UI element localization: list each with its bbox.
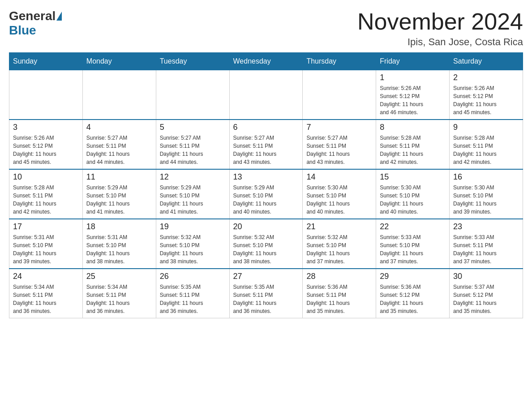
day-info: Sunrise: 5:30 AM Sunset: 5:10 PM Dayligh…: [380, 184, 446, 216]
calendar-cell: 16Sunrise: 5:30 AM Sunset: 5:10 PM Dayli…: [450, 169, 523, 219]
day-number: 26: [160, 272, 226, 281]
calendar-cell: [9, 70, 83, 120]
calendar-cell: 3Sunrise: 5:26 AM Sunset: 5:12 PM Daylig…: [9, 120, 83, 169]
location-subtitle: Ipis, San Jose, Costa Rica: [357, 36, 523, 48]
day-info: Sunrise: 5:30 AM Sunset: 5:10 PM Dayligh…: [453, 184, 519, 216]
day-info: Sunrise: 5:29 AM Sunset: 5:10 PM Dayligh…: [160, 184, 226, 216]
day-info: Sunrise: 5:35 AM Sunset: 5:11 PM Dayligh…: [160, 283, 226, 315]
calendar-cell: 14Sunrise: 5:30 AM Sunset: 5:10 PM Dayli…: [303, 169, 376, 219]
calendar-cell: 24Sunrise: 5:34 AM Sunset: 5:11 PM Dayli…: [9, 269, 83, 318]
calendar-cell: 17Sunrise: 5:31 AM Sunset: 5:10 PM Dayli…: [9, 219, 83, 269]
day-info: Sunrise: 5:36 AM Sunset: 5:11 PM Dayligh…: [306, 283, 372, 315]
day-number: 5: [160, 123, 226, 132]
month-title: November 2024: [357, 9, 523, 34]
calendar-cell: 15Sunrise: 5:30 AM Sunset: 5:10 PM Dayli…: [376, 169, 450, 219]
calendar-cell: [156, 70, 229, 120]
day-number: 16: [453, 172, 519, 182]
day-info: Sunrise: 5:28 AM Sunset: 5:11 PM Dayligh…: [13, 184, 79, 216]
day-info: Sunrise: 5:33 AM Sunset: 5:10 PM Dayligh…: [380, 233, 446, 265]
day-number: 23: [453, 222, 519, 231]
day-number: 15: [380, 172, 446, 182]
day-number: 29: [380, 272, 446, 281]
day-number: 24: [13, 272, 79, 281]
calendar-cell: [229, 70, 303, 120]
day-info: Sunrise: 5:26 AM Sunset: 5:12 PM Dayligh…: [453, 84, 519, 116]
calendar-week-row: 17Sunrise: 5:31 AM Sunset: 5:10 PM Dayli…: [9, 219, 523, 269]
day-info: Sunrise: 5:27 AM Sunset: 5:11 PM Dayligh…: [160, 134, 226, 166]
day-number: 1: [380, 73, 446, 82]
day-info: Sunrise: 5:30 AM Sunset: 5:10 PM Dayligh…: [306, 184, 372, 216]
day-number: 10: [13, 172, 79, 182]
day-number: 13: [233, 172, 299, 182]
day-number: 20: [233, 222, 299, 231]
calendar-cell: 20Sunrise: 5:32 AM Sunset: 5:10 PM Dayli…: [229, 219, 303, 269]
day-info: Sunrise: 5:36 AM Sunset: 5:12 PM Dayligh…: [380, 283, 446, 315]
day-info: Sunrise: 5:34 AM Sunset: 5:11 PM Dayligh…: [13, 283, 79, 315]
calendar-cell: 18Sunrise: 5:31 AM Sunset: 5:10 PM Dayli…: [82, 219, 156, 269]
day-info: Sunrise: 5:26 AM Sunset: 5:12 PM Dayligh…: [380, 84, 446, 116]
calendar-cell: 11Sunrise: 5:29 AM Sunset: 5:10 PM Dayli…: [82, 169, 156, 219]
day-header-thursday: Thursday: [303, 53, 376, 70]
logo-blue-text: Blue: [9, 23, 36, 38]
day-info: Sunrise: 5:37 AM Sunset: 5:12 PM Dayligh…: [453, 283, 519, 315]
day-info: Sunrise: 5:28 AM Sunset: 5:11 PM Dayligh…: [453, 134, 519, 166]
day-info: Sunrise: 5:27 AM Sunset: 5:11 PM Dayligh…: [86, 134, 152, 166]
day-header-sunday: Sunday: [9, 53, 83, 70]
day-info: Sunrise: 5:31 AM Sunset: 5:10 PM Dayligh…: [86, 233, 152, 265]
day-info: Sunrise: 5:28 AM Sunset: 5:11 PM Dayligh…: [380, 134, 446, 166]
calendar-cell: 19Sunrise: 5:32 AM Sunset: 5:10 PM Dayli…: [156, 219, 229, 269]
calendar-cell: 4Sunrise: 5:27 AM Sunset: 5:11 PM Daylig…: [82, 120, 156, 169]
calendar-cell: 30Sunrise: 5:37 AM Sunset: 5:12 PM Dayli…: [450, 269, 523, 318]
day-info: Sunrise: 5:27 AM Sunset: 5:11 PM Dayligh…: [233, 134, 299, 166]
day-number: 9: [453, 123, 519, 132]
header: General Blue November 2024 Ipis, San Jos…: [9, 9, 523, 48]
calendar-cell: 26Sunrise: 5:35 AM Sunset: 5:11 PM Dayli…: [156, 269, 229, 318]
day-info: Sunrise: 5:32 AM Sunset: 5:10 PM Dayligh…: [160, 233, 226, 265]
day-header-monday: Monday: [82, 53, 156, 70]
day-number: 3: [13, 123, 79, 132]
day-number: 19: [160, 222, 226, 231]
logo: General: [9, 9, 63, 23]
day-number: 30: [453, 272, 519, 281]
day-info: Sunrise: 5:29 AM Sunset: 5:10 PM Dayligh…: [233, 184, 299, 216]
day-number: 27: [233, 272, 299, 281]
logo-general-text: General: [9, 9, 56, 23]
day-info: Sunrise: 5:35 AM Sunset: 5:11 PM Dayligh…: [233, 283, 299, 315]
day-info: Sunrise: 5:32 AM Sunset: 5:10 PM Dayligh…: [233, 233, 299, 265]
day-header-wednesday: Wednesday: [229, 53, 303, 70]
day-info: Sunrise: 5:33 AM Sunset: 5:11 PM Dayligh…: [453, 233, 519, 265]
day-number: 6: [233, 123, 299, 132]
day-number: 18: [86, 222, 152, 231]
calendar-cell: 29Sunrise: 5:36 AM Sunset: 5:12 PM Dayli…: [376, 269, 450, 318]
calendar-cell: 6Sunrise: 5:27 AM Sunset: 5:11 PM Daylig…: [229, 120, 303, 169]
calendar-week-row: 24Sunrise: 5:34 AM Sunset: 5:11 PM Dayli…: [9, 269, 523, 318]
day-number: 8: [380, 123, 446, 132]
calendar-cell: 1Sunrise: 5:26 AM Sunset: 5:12 PM Daylig…: [376, 70, 450, 120]
day-number: 12: [160, 172, 226, 182]
calendar-cell: 25Sunrise: 5:34 AM Sunset: 5:11 PM Dayli…: [82, 269, 156, 318]
calendar-week-row: 1Sunrise: 5:26 AM Sunset: 5:12 PM Daylig…: [9, 70, 523, 120]
calendar-cell: 8Sunrise: 5:28 AM Sunset: 5:11 PM Daylig…: [376, 120, 450, 169]
day-number: 17: [13, 222, 79, 231]
calendar-cell: 2Sunrise: 5:26 AM Sunset: 5:12 PM Daylig…: [450, 70, 523, 120]
calendar-cell: 12Sunrise: 5:29 AM Sunset: 5:10 PM Dayli…: [156, 169, 229, 219]
day-number: 22: [380, 222, 446, 231]
calendar-cell: 27Sunrise: 5:35 AM Sunset: 5:11 PM Dayli…: [229, 269, 303, 318]
logo-triangle-icon: [56, 12, 62, 21]
calendar-cell: 7Sunrise: 5:27 AM Sunset: 5:11 PM Daylig…: [303, 120, 376, 169]
day-number: 4: [86, 123, 152, 132]
calendar-header-row: SundayMondayTuesdayWednesdayThursdayFrid…: [9, 53, 523, 70]
calendar-cell: 13Sunrise: 5:29 AM Sunset: 5:10 PM Dayli…: [229, 169, 303, 219]
day-info: Sunrise: 5:32 AM Sunset: 5:10 PM Dayligh…: [306, 233, 372, 265]
day-number: 2: [453, 73, 519, 82]
day-number: 25: [86, 272, 152, 281]
day-header-saturday: Saturday: [450, 53, 523, 70]
calendar-cell: 28Sunrise: 5:36 AM Sunset: 5:11 PM Dayli…: [303, 269, 376, 318]
calendar-cell: 5Sunrise: 5:27 AM Sunset: 5:11 PM Daylig…: [156, 120, 229, 169]
calendar-cell: 9Sunrise: 5:28 AM Sunset: 5:11 PM Daylig…: [450, 120, 523, 169]
day-header-friday: Friday: [376, 53, 450, 70]
day-info: Sunrise: 5:27 AM Sunset: 5:11 PM Dayligh…: [306, 134, 372, 166]
calendar-cell: 10Sunrise: 5:28 AM Sunset: 5:11 PM Dayli…: [9, 169, 83, 219]
calendar-cell: 22Sunrise: 5:33 AM Sunset: 5:10 PM Dayli…: [376, 219, 450, 269]
calendar-cell: [82, 70, 156, 120]
